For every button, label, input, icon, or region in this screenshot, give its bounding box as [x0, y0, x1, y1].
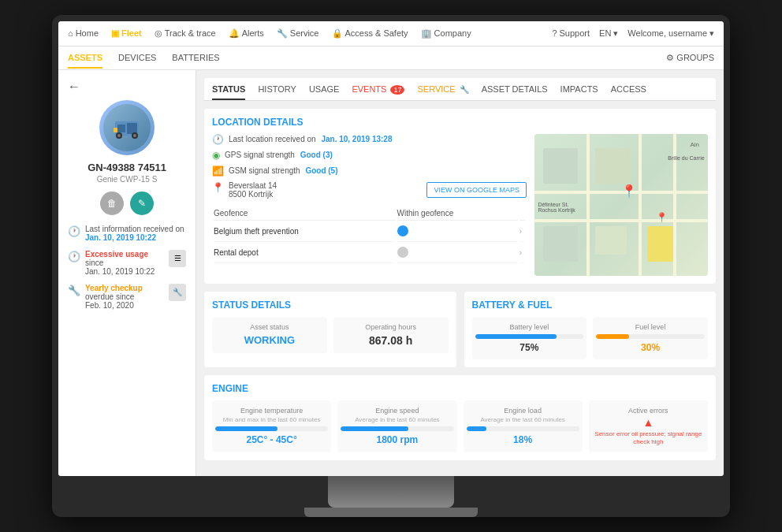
geo1-chevron-icon[interactable]: › — [519, 227, 522, 236]
map-container: 📍 📍 Ain Brille du Carrie Définteur St.Ro… — [534, 134, 708, 276]
tab-events[interactable]: EVENTS 17 — [352, 78, 404, 100]
last-info-row: 🕐 Last information received on Jan. 10, … — [68, 225, 186, 242]
nav-service[interactable]: 🔧 Service — [277, 28, 319, 39]
map-block — [647, 226, 673, 262]
service-icon-tab: 🔧 — [460, 85, 469, 94]
map-block — [543, 148, 578, 184]
geofence-header: Geofence — [214, 206, 396, 221]
engine-errors-item: Active errors ▲ Sensor error oil pressur… — [589, 400, 708, 453]
user-chevron-icon: ▾ — [709, 28, 714, 39]
alerts-icon: 🔔 — [229, 28, 240, 39]
tab-batteries[interactable]: BATTERIES — [172, 47, 219, 69]
geo1-toggle[interactable] — [397, 225, 408, 236]
load-bar — [467, 426, 579, 431]
map-road — [639, 134, 642, 276]
groups-button[interactable]: ⚙ GROUPS — [666, 53, 714, 63]
location-section: LOCATION DETAILS 🕐 Last location receive… — [204, 109, 716, 284]
geo-row-1: Belgium theft prevention › — [214, 222, 525, 242]
excessive-usage-row: 🕐 Excessive usage since Jan. 10, 2019 10… — [68, 250, 186, 276]
battery-progress-bar — [475, 334, 584, 339]
gps-icon: ◉ — [212, 150, 220, 161]
vehicle-icon — [111, 113, 143, 141]
map-location-pin: 📍 — [621, 184, 637, 199]
monitor-stand — [328, 476, 454, 508]
svg-rect-2 — [127, 123, 137, 134]
nav-right-area: ? Support EN ▾ Welcome, username ▾ — [552, 28, 714, 39]
screen: ⌂ Home ▣ Fleet ◎ Track & trace 🔔 Alerts … — [58, 21, 724, 477]
svg-point-5 — [117, 134, 121, 137]
tab-service[interactable]: SERVICE 🔧 — [417, 78, 468, 100]
engine-load-item: Engine load Average in the last 60 minut… — [464, 400, 583, 453]
view-google-maps-button[interactable]: VIEW ON GOOGLE MAPS — [426, 182, 527, 198]
map-label: Définteur St.Rochus Kortrijk — [538, 202, 575, 213]
geo2-chevron-icon[interactable]: › — [519, 248, 522, 257]
last-location-row: 🕐 Last location received on Jan. 10, 201… — [212, 134, 527, 145]
tab-status[interactable]: STATUS — [212, 78, 245, 100]
engine-title: ENGINE — [212, 383, 708, 394]
map-secondary-pin: 📍 — [656, 212, 668, 223]
location-clock-icon: 🕐 — [212, 134, 224, 145]
signal-icon: 📶 — [212, 166, 224, 177]
events-badge: 17 — [390, 85, 404, 95]
engine-grid: Engine temperature Min and max in the la… — [212, 400, 708, 453]
access-icon: 🔒 — [332, 28, 343, 39]
left-panel: ← — [58, 70, 196, 477]
nav-support[interactable]: ? Support — [552, 28, 590, 38]
tab-impacts[interactable]: IMPACTS — [560, 78, 598, 100]
gsm-row: 📶 GSM signal strength Good (5) — [212, 166, 527, 177]
chevron-down-icon: ▾ — [613, 28, 618, 39]
tab-devices[interactable]: DEVICES — [118, 47, 156, 69]
status-section: STATUS DETAILS Asset status WORKING Oper… — [204, 292, 456, 367]
tab-history[interactable]: HISTORY — [258, 78, 296, 100]
status-title: STATUS DETAILS — [212, 299, 449, 311]
map-block — [543, 226, 578, 262]
address-block: 📍 Beverslaat 14 8500 Kortrijk VIEW ON GO… — [212, 181, 527, 199]
speed-fill — [341, 426, 408, 431]
service-icon: 🔧 — [277, 28, 288, 39]
map-label: Ain — [690, 141, 699, 148]
delete-button[interactable]: 🗑 — [100, 192, 124, 215]
asset-status-item: Asset status WORKING — [212, 317, 327, 353]
geo2-toggle[interactable] — [397, 247, 408, 258]
location-layout: 🕐 Last location received on Jan. 10, 201… — [212, 134, 708, 276]
track-icon: ◎ — [155, 28, 162, 39]
yearly-checkup-row: 🔧 Yearly checkup overdue since Feb. 10, … — [68, 284, 186, 310]
clock-icon: 🕐 — [68, 225, 80, 237]
monitor-base — [304, 508, 478, 517]
top-navigation: ⌂ Home ▣ Fleet ◎ Track & trace 🔔 Alerts … — [58, 21, 724, 47]
back-button[interactable]: ← — [68, 80, 80, 94]
tab-usage[interactable]: USAGE — [309, 78, 340, 100]
map-road — [534, 219, 708, 222]
error-triangle-icon: ▲ — [592, 416, 705, 429]
geo-row-2: Rental depot › — [214, 244, 525, 263]
status-battery-row: STATUS DETAILS Asset status WORKING Oper… — [204, 292, 716, 375]
usage-list-button[interactable]: ☰ — [169, 250, 186, 267]
load-fill — [467, 426, 487, 431]
map-block — [595, 226, 627, 255]
nav-fleet[interactable]: ▣ Fleet — [111, 28, 142, 39]
nav-language[interactable]: EN ▾ — [599, 28, 618, 39]
tab-access[interactable]: ACCESS — [611, 78, 646, 100]
tab-assets[interactable]: ASSETS — [68, 47, 102, 69]
nav-track[interactable]: ◎ Track & trace — [155, 28, 216, 39]
sub-navigation: ASSETS DEVICES BATTERIES ⚙ GROUPS — [58, 47, 724, 70]
content-tabs: STATUS HISTORY USAGE EVENTS 17 SERVICE � — [204, 78, 716, 101]
nav-user[interactable]: Welcome, username ▾ — [627, 28, 714, 39]
tab-asset-details[interactable]: ASSET DETAILS — [482, 78, 548, 100]
nav-access[interactable]: 🔒 Access & Safety — [332, 28, 408, 39]
checkup-tool-button[interactable]: 🔧 — [169, 284, 186, 301]
map-background: 📍 📍 Ain Brille du Carrie Définteur St.Ro… — [534, 134, 708, 276]
fuel-progress-bar — [596, 334, 705, 339]
nav-alerts[interactable]: 🔔 Alerts — [229, 28, 264, 39]
operating-hours-item: Operating hours 867.08 h — [333, 317, 449, 353]
nav-home[interactable]: ⌂ Home — [68, 28, 99, 38]
temp-fill — [215, 426, 277, 431]
nav-company[interactable]: 🏢 Company — [421, 28, 471, 39]
wrench-icon: 🔧 — [68, 285, 80, 296]
support-icon: ? — [552, 28, 557, 38]
engine-temp-item: Engine temperature Min and max in the la… — [212, 400, 331, 453]
map-block — [595, 148, 630, 184]
edit-button[interactable]: ✎ — [130, 192, 154, 215]
svg-point-6 — [133, 134, 136, 137]
asset-id: GN-49388 74511 — [68, 162, 186, 173]
